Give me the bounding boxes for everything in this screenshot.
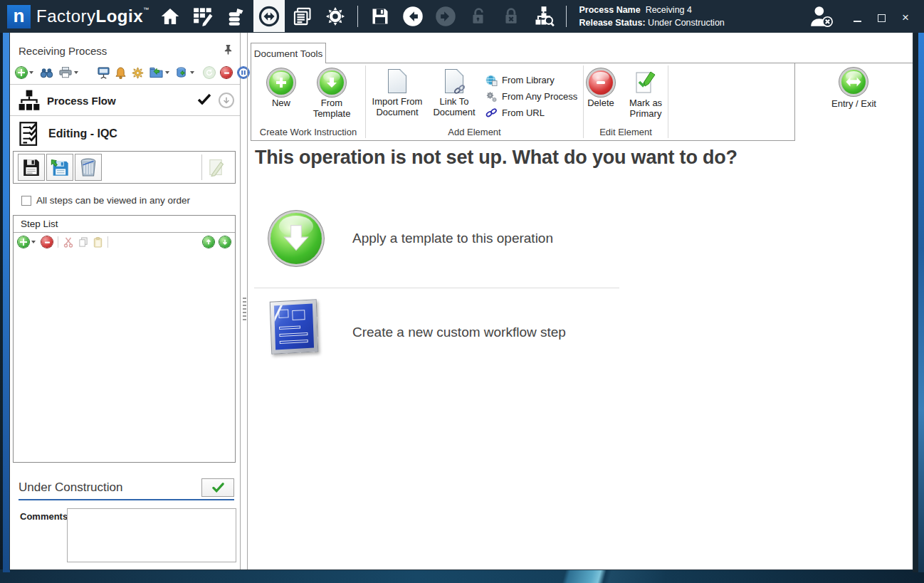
- mark-as-primary-button[interactable]: Mark as Primary: [624, 70, 668, 120]
- process-navigator-icon[interactable]: [253, 0, 285, 33]
- add-step-icon[interactable]: [18, 235, 29, 249]
- new-button[interactable]: New: [263, 70, 300, 108]
- delete-step-button[interactable]: [75, 154, 102, 181]
- editing-operation-row[interactable]: Editing - IQC: [19, 120, 234, 148]
- save-icon[interactable]: [369, 6, 391, 27]
- step-list-title: Step List: [14, 216, 235, 233]
- check-icon: [197, 93, 211, 107]
- blueprint-icon: [270, 299, 319, 354]
- print-icon[interactable]: [59, 65, 72, 80]
- status-underline: [19, 499, 234, 500]
- cut-icon[interactable]: [63, 235, 73, 249]
- lock-cancel-icon[interactable]: [500, 6, 522, 27]
- import-template-button[interactable]: [46, 154, 73, 181]
- desktop-left-strip: [3, 33, 10, 572]
- link-to-document-button[interactable]: Link To Document: [429, 69, 480, 118]
- titlebar-separator: [357, 6, 358, 27]
- entry-exit-icon: [841, 70, 866, 94]
- any-order-checkbox[interactable]: [21, 196, 31, 206]
- presentation-icon[interactable]: [98, 65, 110, 80]
- group-create-work-instruction: New From Template Create Work Instructio…: [251, 63, 365, 140]
- delete-element-button[interactable]: Delete: [584, 70, 618, 108]
- options-divider: [254, 288, 619, 288]
- entry-exit-panel: Entry / Exit: [795, 63, 913, 141]
- remove-icon[interactable]: [221, 65, 232, 80]
- forward-icon[interactable]: [435, 6, 456, 27]
- database-delete-icon[interactable]: [176, 65, 188, 80]
- release-status-text: Under Construction: [19, 480, 122, 495]
- move-down-icon[interactable]: [219, 235, 231, 249]
- process-flow-label: Process Flow: [47, 95, 116, 107]
- app-logo-letter: n: [14, 6, 25, 25]
- ribbon: New From Template Create Work Instructio…: [251, 63, 795, 141]
- entry-exit-button[interactable]: Entry / Exit: [831, 70, 876, 109]
- import-from-document-button[interactable]: Import From Document: [366, 69, 429, 118]
- minimize-button[interactable]: [851, 11, 863, 22]
- folder-export-dropdown-icon[interactable]: [165, 71, 169, 74]
- add-item-dropdown-icon[interactable]: [29, 71, 33, 74]
- remove-step-icon[interactable]: [41, 235, 53, 249]
- gear-orange-icon[interactable]: [132, 65, 144, 80]
- paste-icon[interactable]: [93, 235, 103, 249]
- group-add-element: Import From Document Link To Document: [366, 63, 583, 140]
- print-dropdown-icon[interactable]: [74, 71, 78, 74]
- app-brand: FactoryLogix™: [36, 6, 149, 26]
- add-item-icon[interactable]: [16, 65, 27, 80]
- page-heading: This operation is not set up. What do yo…: [255, 147, 737, 169]
- back-icon[interactable]: [402, 6, 424, 27]
- database-delete-dropdown-icon[interactable]: [190, 71, 194, 74]
- step-list-group: Step List: [13, 215, 236, 463]
- comments-textarea[interactable]: [67, 508, 236, 562]
- pin-icon[interactable]: [224, 44, 233, 58]
- desktop-right-strip: [918, 33, 924, 572]
- home-icon[interactable]: [159, 6, 181, 27]
- process-name-value: Receiving 4: [646, 5, 692, 15]
- save-step-button[interactable]: [18, 154, 45, 181]
- worksheet-edit-icon[interactable]: [192, 6, 214, 27]
- step-list-toolbar: [14, 233, 235, 251]
- bell-icon[interactable]: [115, 65, 126, 80]
- approve-status-button[interactable]: [201, 478, 234, 497]
- document-icon: [388, 69, 406, 93]
- copy-icon[interactable]: [78, 235, 88, 249]
- apply-template-option-icon[interactable]: [268, 211, 325, 268]
- from-library-button[interactable]: From Library: [485, 72, 577, 88]
- release-status-value: Under Construction: [648, 18, 725, 28]
- divider: [58, 236, 58, 248]
- divider: [10, 115, 240, 116]
- add-step-dropdown-icon[interactable]: [31, 241, 36, 243]
- refresh-icon[interactable]: [204, 65, 215, 80]
- search-binoculars-icon[interactable]: [40, 65, 53, 80]
- from-any-process-button[interactable]: From Any Process: [485, 88, 577, 105]
- any-order-checkbox-row: All steps can be viewed in any order: [21, 195, 190, 206]
- batch-documents-icon[interactable]: [225, 6, 246, 27]
- process-flow-row[interactable]: Process Flow: [19, 88, 234, 112]
- apply-template-option-label[interactable]: Apply a template to this operation: [352, 231, 553, 246]
- app-logo: n: [7, 5, 31, 28]
- user-logout-icon[interactable]: [807, 6, 836, 27]
- from-template-button[interactable]: From Template: [310, 70, 354, 120]
- step-list-empty-area[interactable]: [14, 251, 235, 462]
- custom-workflow-option-label[interactable]: Create a new custom workflow step: [352, 325, 566, 340]
- titlebar-separator: [566, 6, 567, 27]
- custom-workflow-option-icon[interactable]: [271, 300, 322, 357]
- documents-icon[interactable]: [292, 6, 313, 27]
- flow-search-icon[interactable]: [533, 6, 555, 27]
- collapse-arrow-icon[interactable]: [219, 93, 234, 108]
- splitter-grip[interactable]: [243, 298, 246, 320]
- window-controls: ×: [851, 11, 911, 22]
- unlock-icon[interactable]: [468, 6, 489, 27]
- close-button[interactable]: ×: [900, 11, 911, 22]
- any-order-checkbox-label: All steps can be viewed in any order: [36, 195, 190, 206]
- move-up-icon[interactable]: [203, 235, 214, 249]
- desktop-right-band: [913, 33, 918, 572]
- editing-operation-label: Editing - IQC: [48, 127, 117, 140]
- settings-gear-icon[interactable]: [325, 6, 346, 27]
- maximize-button[interactable]: [876, 11, 887, 22]
- tab-document-tools[interactable]: Document Tools: [251, 43, 326, 63]
- folder-export-icon[interactable]: [149, 65, 163, 80]
- mark-primary-icon: [635, 70, 656, 95]
- from-url-button[interactable]: From URL: [485, 105, 577, 121]
- window-body: Receiving Process: [10, 33, 913, 569]
- edit-step-button-disabled[interactable]: [202, 154, 229, 181]
